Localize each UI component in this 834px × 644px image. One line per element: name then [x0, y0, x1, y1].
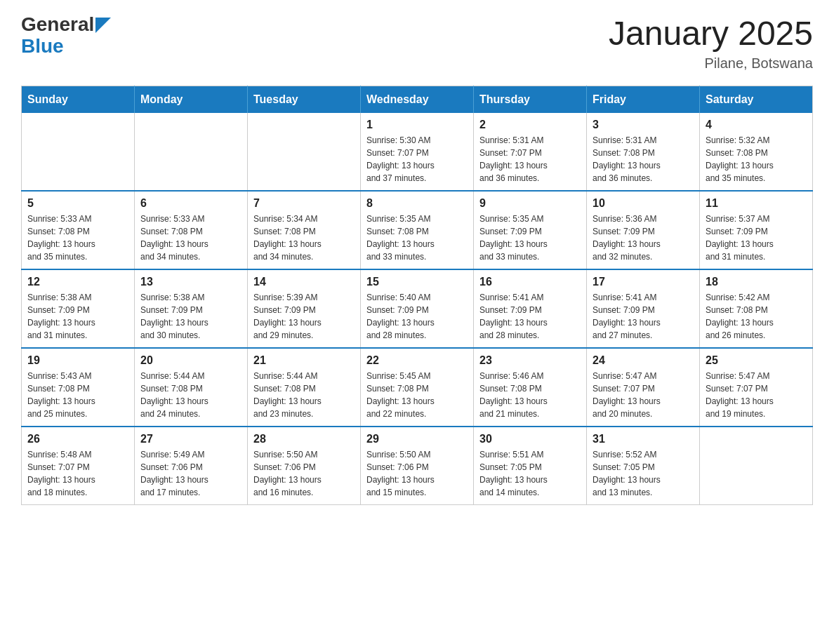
day-info: Sunrise: 5:47 AM Sunset: 7:07 PM Dayligh… — [706, 370, 807, 420]
calendar-week-row: 1Sunrise: 5:30 AM Sunset: 7:07 PM Daylig… — [22, 113, 813, 191]
page-header: General Blue January 2025 Pilane, Botswa… — [21, 14, 813, 72]
calendar-cell: 15Sunrise: 5:40 AM Sunset: 7:09 PM Dayli… — [361, 269, 474, 348]
day-info: Sunrise: 5:48 AM Sunset: 7:07 PM Dayligh… — [27, 448, 128, 499]
calendar-cell: 16Sunrise: 5:41 AM Sunset: 7:09 PM Dayli… — [474, 269, 587, 348]
day-number: 21 — [253, 354, 355, 367]
calendar-week-row: 26Sunrise: 5:48 AM Sunset: 7:07 PM Dayli… — [22, 427, 813, 505]
day-number: 18 — [706, 276, 807, 288]
calendar-week-row: 19Sunrise: 5:43 AM Sunset: 7:08 PM Dayli… — [22, 348, 813, 427]
day-number: 31 — [593, 433, 694, 445]
column-header-monday: Monday — [135, 86, 248, 114]
calendar-cell: 17Sunrise: 5:41 AM Sunset: 7:09 PM Dayli… — [587, 269, 700, 348]
day-info: Sunrise: 5:40 AM Sunset: 7:09 PM Dayligh… — [366, 291, 468, 342]
column-header-tuesday: Tuesday — [248, 86, 361, 114]
day-number: 17 — [593, 276, 694, 288]
calendar-cell: 10Sunrise: 5:36 AM Sunset: 7:09 PM Dayli… — [587, 191, 700, 269]
calendar-cell: 22Sunrise: 5:45 AM Sunset: 7:08 PM Dayli… — [361, 348, 474, 427]
day-number: 15 — [366, 276, 468, 288]
day-number: 6 — [140, 197, 241, 210]
calendar-cell: 27Sunrise: 5:49 AM Sunset: 7:06 PM Dayli… — [135, 427, 248, 505]
calendar-title: January 2025 — [609, 14, 813, 53]
column-header-wednesday: Wednesday — [361, 86, 474, 114]
day-info: Sunrise: 5:36 AM Sunset: 7:09 PM Dayligh… — [593, 213, 694, 263]
day-info: Sunrise: 5:33 AM Sunset: 7:08 PM Dayligh… — [140, 213, 241, 263]
calendar-cell: 25Sunrise: 5:47 AM Sunset: 7:07 PM Dayli… — [700, 348, 813, 427]
day-info: Sunrise: 5:43 AM Sunset: 7:08 PM Dayligh… — [27, 370, 128, 420]
day-info: Sunrise: 5:42 AM Sunset: 7:08 PM Dayligh… — [706, 291, 807, 342]
day-number: 3 — [593, 119, 694, 131]
calendar-cell: 6Sunrise: 5:33 AM Sunset: 7:08 PM Daylig… — [135, 191, 248, 269]
day-number: 23 — [479, 354, 581, 367]
day-number: 25 — [706, 354, 807, 367]
day-info: Sunrise: 5:52 AM Sunset: 7:05 PM Dayligh… — [593, 448, 694, 499]
calendar-cell: 4Sunrise: 5:32 AM Sunset: 7:08 PM Daylig… — [700, 113, 813, 191]
calendar-week-row: 12Sunrise: 5:38 AM Sunset: 7:09 PM Dayli… — [22, 269, 813, 348]
day-number: 2 — [479, 119, 581, 131]
day-info: Sunrise: 5:45 AM Sunset: 7:08 PM Dayligh… — [366, 370, 468, 420]
day-info: Sunrise: 5:38 AM Sunset: 7:09 PM Dayligh… — [140, 291, 241, 342]
day-info: Sunrise: 5:30 AM Sunset: 7:07 PM Dayligh… — [366, 134, 468, 185]
calendar-cell: 11Sunrise: 5:37 AM Sunset: 7:09 PM Dayli… — [700, 191, 813, 269]
calendar-week-row: 5Sunrise: 5:33 AM Sunset: 7:08 PM Daylig… — [22, 191, 813, 269]
logo-general-text: General — [21, 14, 94, 36]
calendar-cell: 31Sunrise: 5:52 AM Sunset: 7:05 PM Dayli… — [587, 427, 700, 505]
day-info: Sunrise: 5:38 AM Sunset: 7:09 PM Dayligh… — [27, 291, 128, 342]
calendar-cell: 9Sunrise: 5:35 AM Sunset: 7:09 PM Daylig… — [474, 191, 587, 269]
calendar-cell: 20Sunrise: 5:44 AM Sunset: 7:08 PM Dayli… — [135, 348, 248, 427]
calendar-header-row: SundayMondayTuesdayWednesdayThursdayFrid… — [22, 86, 813, 114]
day-number: 24 — [593, 354, 694, 367]
column-header-thursday: Thursday — [474, 86, 587, 114]
calendar-cell — [700, 427, 813, 505]
calendar-cell: 26Sunrise: 5:48 AM Sunset: 7:07 PM Dayli… — [22, 427, 135, 505]
day-info: Sunrise: 5:33 AM Sunset: 7:08 PM Dayligh… — [27, 213, 128, 263]
calendar-cell: 2Sunrise: 5:31 AM Sunset: 7:07 PM Daylig… — [474, 113, 587, 191]
day-number: 8 — [366, 197, 468, 210]
day-number: 14 — [253, 276, 355, 288]
day-info: Sunrise: 5:41 AM Sunset: 7:09 PM Dayligh… — [593, 291, 694, 342]
day-info: Sunrise: 5:34 AM Sunset: 7:08 PM Dayligh… — [253, 213, 355, 263]
calendar-cell: 18Sunrise: 5:42 AM Sunset: 7:08 PM Dayli… — [700, 269, 813, 348]
day-info: Sunrise: 5:50 AM Sunset: 7:06 PM Dayligh… — [366, 448, 468, 499]
calendar-cell: 21Sunrise: 5:44 AM Sunset: 7:08 PM Dayli… — [248, 348, 361, 427]
calendar-cell: 30Sunrise: 5:51 AM Sunset: 7:05 PM Dayli… — [474, 427, 587, 505]
day-number: 12 — [27, 276, 128, 288]
title-section: January 2025 Pilane, Botswana — [609, 14, 813, 72]
day-info: Sunrise: 5:46 AM Sunset: 7:08 PM Dayligh… — [479, 370, 581, 420]
day-info: Sunrise: 5:49 AM Sunset: 7:06 PM Dayligh… — [140, 448, 241, 499]
day-number: 19 — [27, 354, 128, 367]
column-header-sunday: Sunday — [22, 86, 135, 114]
day-info: Sunrise: 5:44 AM Sunset: 7:08 PM Dayligh… — [140, 370, 241, 420]
calendar-cell — [22, 113, 135, 191]
calendar-cell — [248, 113, 361, 191]
calendar-cell: 29Sunrise: 5:50 AM Sunset: 7:06 PM Dayli… — [361, 427, 474, 505]
day-info: Sunrise: 5:50 AM Sunset: 7:06 PM Dayligh… — [253, 448, 355, 499]
day-info: Sunrise: 5:44 AM Sunset: 7:08 PM Dayligh… — [253, 370, 355, 420]
day-number: 22 — [366, 354, 468, 367]
calendar-cell: 19Sunrise: 5:43 AM Sunset: 7:08 PM Dayli… — [22, 348, 135, 427]
day-number: 10 — [593, 197, 694, 210]
day-number: 4 — [706, 119, 807, 131]
day-number: 11 — [706, 197, 807, 210]
svg-marker-0 — [95, 18, 111, 33]
day-number: 26 — [27, 433, 128, 445]
day-number: 30 — [479, 433, 581, 445]
calendar-cell: 23Sunrise: 5:46 AM Sunset: 7:08 PM Dayli… — [474, 348, 587, 427]
logo-arrow-icon — [95, 18, 111, 33]
day-info: Sunrise: 5:37 AM Sunset: 7:09 PM Dayligh… — [706, 213, 807, 263]
day-info: Sunrise: 5:35 AM Sunset: 7:09 PM Dayligh… — [479, 213, 581, 263]
day-number: 9 — [479, 197, 581, 210]
calendar-cell: 1Sunrise: 5:30 AM Sunset: 7:07 PM Daylig… — [361, 113, 474, 191]
calendar-cell: 28Sunrise: 5:50 AM Sunset: 7:06 PM Dayli… — [248, 427, 361, 505]
day-number: 29 — [366, 433, 468, 445]
day-number: 27 — [140, 433, 241, 445]
day-number: 1 — [366, 119, 468, 131]
day-number: 5 — [27, 197, 128, 210]
logo: General Blue — [21, 14, 111, 58]
day-number: 13 — [140, 276, 241, 288]
logo-blue-text: Blue — [21, 35, 64, 57]
calendar-cell: 24Sunrise: 5:47 AM Sunset: 7:07 PM Dayli… — [587, 348, 700, 427]
calendar-cell — [135, 113, 248, 191]
day-number: 7 — [253, 197, 355, 210]
calendar-cell: 7Sunrise: 5:34 AM Sunset: 7:08 PM Daylig… — [248, 191, 361, 269]
day-info: Sunrise: 5:35 AM Sunset: 7:08 PM Dayligh… — [366, 213, 468, 263]
